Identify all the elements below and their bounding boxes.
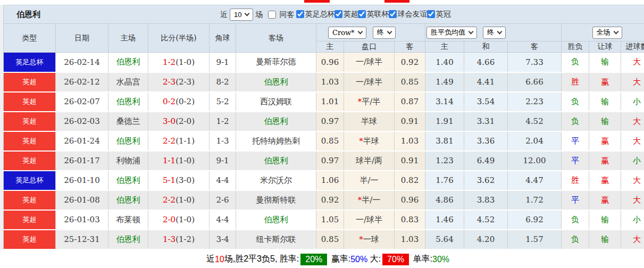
corner-cell: 1-2 [210, 112, 236, 131]
home-team[interactable]: 伯恩利 [108, 190, 148, 210]
subcol-avg-away: 客 [508, 41, 562, 53]
avg-home-odds: 1.49 [425, 72, 464, 92]
home-team[interactable]: 水晶宫 [108, 72, 148, 92]
avg-odds-select-value: 胜平负均值 [431, 28, 465, 37]
big-rate-badge: 70% [382, 254, 409, 265]
score-cell: 2-2(1-1) [148, 131, 210, 151]
match-row: 英超 26-01-17 利物浦 1-1(1-0) 9-1 伯恩利 0.97 球半… [4, 151, 644, 171]
score-cell: 1-2(1-0) [148, 53, 210, 72]
away-team[interactable]: 伯恩利 [236, 210, 316, 230]
result-cell: 胜 [562, 171, 589, 190]
spread-result-cell: 输 [589, 230, 621, 249]
same-away-checkbox[interactable] [268, 11, 276, 19]
match-row: 英足总杯 26-01-10 伯恩利 5-1(3-0) 4-4 米尔沃尔 1.06… [4, 171, 644, 190]
bookmaker-select[interactable]: Crow* [328, 27, 366, 39]
league-filter-checkbox[interactable] [334, 10, 342, 18]
avg-home-odds: 1.23 [425, 151, 464, 171]
win-rate-badge: 20% [300, 254, 327, 265]
recent-count-select[interactable]: 10 [230, 9, 253, 21]
handicap-line: *半球 [344, 131, 395, 151]
match-row: 英足总杯 26-02-14 伯恩利 1-2(1-0) 9-1 曼斯菲尔德 0.9… [4, 53, 644, 72]
avg-away-odds: 4.47 [508, 171, 562, 190]
subcol-spread: 让球 [589, 41, 621, 53]
league-badge: 英超 [4, 112, 56, 131]
spread-result-cell: 赢 [589, 171, 621, 190]
scope-select[interactable]: 全场 [592, 27, 622, 39]
score-cell: 3-0(2-0) [148, 112, 210, 131]
away-team[interactable]: 伯恩利 [236, 151, 316, 171]
bookmaker-select-value: Crow* [332, 29, 355, 37]
league-badge: 英超 [4, 151, 56, 171]
handicap-home-odds: 0.92 [316, 190, 344, 210]
avg-final-select[interactable]: 终 [483, 27, 506, 39]
goals-result-cell: 大 [621, 72, 644, 92]
result-cell: 负 [562, 210, 589, 230]
handicap-away-odds: 0.91 [395, 112, 425, 131]
handicap-group-header: Crow* 终 [316, 24, 425, 41]
away-team[interactable]: 托特纳姆热刺 [236, 131, 316, 151]
subcol-handicap-away: 客 [395, 41, 425, 53]
home-team[interactable]: 布莱顿 [108, 210, 148, 230]
league-filter-label: 英足总杯 [305, 10, 334, 19]
col-header-away: 客场 [236, 24, 316, 53]
handicap-home-odds: 0.96 [316, 53, 344, 72]
away-team[interactable]: 西汉姆联 [236, 92, 316, 112]
away-team[interactable]: 纽卡斯尔联 [236, 230, 316, 249]
home-team[interactable]: 伯恩利 [108, 230, 148, 249]
corner-cell: 4-4 [210, 210, 236, 230]
goals-result-cell: 小 [621, 151, 644, 171]
league-badge: 英超 [4, 230, 56, 249]
result-cell: 负 [562, 53, 589, 72]
avg-home-odds: 1.76 [425, 171, 464, 190]
away-team[interactable]: 曼彻斯特联 [236, 190, 316, 210]
home-team[interactable]: 伯恩利 [108, 131, 148, 151]
home-team[interactable]: 伯恩利 [108, 92, 148, 112]
league-filter-checkbox[interactable] [358, 10, 366, 18]
handicap-away-odds: 0.83 [395, 210, 425, 230]
handicap-line: 一/球半 [344, 53, 395, 72]
corner-cell: 5-2 [210, 92, 236, 112]
avg-away-odds: 4.52 [508, 112, 562, 131]
avg-odds-select[interactable]: 胜平负均值 [426, 27, 477, 39]
handicap-home-odds: 1.05 [316, 210, 344, 230]
handicap-line: *一球 [344, 230, 395, 249]
scope-select-value: 全场 [597, 28, 610, 37]
home-team[interactable]: 利物浦 [108, 151, 148, 171]
league-filter-checkbox[interactable] [427, 10, 435, 18]
away-team[interactable]: 米尔沃尔 [236, 171, 316, 190]
away-team[interactable]: 曼斯菲尔德 [236, 53, 316, 72]
away-team[interactable]: 伯恩利 [236, 72, 316, 92]
h2h-table: 类型 日期 主场 比分(半场) 角球 客场 Crow* 终 [3, 23, 644, 250]
bookmaker-final-select[interactable]: 终 [373, 27, 396, 39]
avg-draw-odds: 3.31 [464, 112, 508, 131]
spread-result-cell: 赢 [589, 190, 621, 210]
avg-away-odds: 1.57 [508, 230, 562, 249]
away-team[interactable]: 伯恩利 [236, 112, 316, 131]
matches-label: 场 [255, 10, 263, 20]
league-filter-checkbox[interactable] [389, 10, 397, 18]
goals-result-cell: 大 [621, 171, 644, 190]
avg-draw-odds: 3.54 [464, 92, 508, 112]
avg-away-odds: 2.23 [508, 92, 562, 112]
avg-home-odds: 4.86 [425, 190, 464, 210]
handicap-home-odds: 0.85 [316, 230, 344, 249]
home-team[interactable]: 伯恩利 [108, 53, 148, 72]
recent-label: 近 [220, 10, 228, 20]
league-filter-group: 英足总杯英超英联杯球会友谊英冠 [296, 10, 450, 20]
col-header-corner: 角球 [210, 24, 236, 53]
chevron-down-icon [357, 29, 363, 34]
avg-draw-odds: 4.52 [464, 210, 508, 230]
spread-result-cell: 输 [589, 210, 621, 230]
corner-cell: 1-3 [210, 131, 236, 151]
handicap-away-odds: 1.03 [395, 230, 425, 249]
league-filter-checkbox[interactable] [296, 10, 304, 18]
score-cell: 2-0(1-0) [148, 210, 210, 230]
home-team[interactable]: 伯恩利 [108, 171, 148, 190]
handicap-home-odds: 1.01 [316, 92, 344, 112]
home-team[interactable]: 桑德兰 [108, 112, 148, 131]
result-cell: 平 [562, 151, 589, 171]
league-badge: 英超 [4, 190, 56, 210]
league-filter-label: 球会友谊 [397, 10, 427, 19]
chevron-down-icon [613, 29, 618, 34]
subcol-result: 胜负 [562, 41, 589, 53]
